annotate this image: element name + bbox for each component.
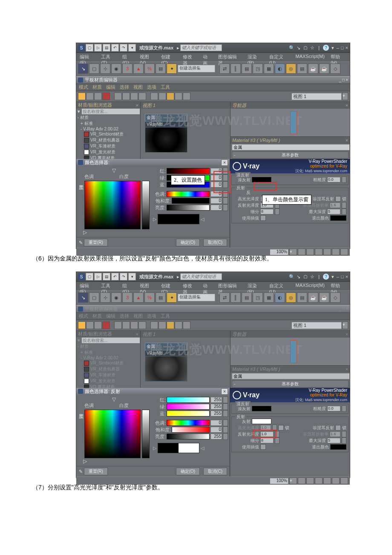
basic-params-header[interactable]: -基本参数 <box>232 380 349 387</box>
tb-mated-icon[interactable]: ◐ <box>275 292 285 303</box>
cp-sat-spinner[interactable] <box>223 197 228 204</box>
view-selector[interactable]: 视图 1 <box>291 93 342 100</box>
menu-custom[interactable]: 自定义(U) <box>269 54 290 61</box>
tb-align-icon[interactable]: ▤ <box>156 292 166 303</box>
cp-val-spinner[interactable] <box>223 433 228 440</box>
hilight-lock-icon[interactable] <box>278 425 284 431</box>
panel-close-icon[interactable]: × <box>346 78 348 82</box>
tb-teapot-icon[interactable]: ☕ <box>308 64 318 74</box>
cp-hue-value[interactable]: 0 <box>210 420 222 426</box>
reset-button[interactable]: 重置(R) <box>84 239 108 246</box>
star-icon[interactable]: ☆ <box>309 45 315 51</box>
tb-3-icon[interactable]: 3 <box>122 292 133 303</box>
roughness-spinner[interactable] <box>342 176 346 183</box>
cancel-button[interactable]: 取消(C) <box>203 468 227 475</box>
selection-set-dropdown[interactable]: 创建选择集 <box>178 294 215 301</box>
menu-custom[interactable]: 自定义(U) <box>269 283 290 289</box>
subdiv-spinner[interactable] <box>275 208 280 215</box>
cp-tri-icon[interactable]: ▽ <box>112 168 116 173</box>
tb-layers-icon[interactable]: ▤ <box>242 64 252 74</box>
browser-tri-icon[interactable]: ▾ <box>76 338 81 343</box>
cp-hue-spinner[interactable] <box>223 419 228 426</box>
menu-help[interactable]: 帮助(H) <box>331 54 346 61</box>
me-arrow-icon[interactable] <box>78 92 86 100</box>
undo-icon[interactable]: ↶ <box>111 44 119 52</box>
tb-renderset-icon[interactable]: ▤ <box>297 292 307 303</box>
browser-tri-icon[interactable]: ▾ <box>76 109 81 114</box>
menu-anim[interactable]: 动画 <box>203 54 212 61</box>
me-delete-icon[interactable] <box>102 321 110 329</box>
keyword-search-input[interactable]: 键入关键字或短语 <box>180 44 222 51</box>
material-card[interactable]: 金属 VRayMtl <box>145 343 187 382</box>
navigator-close-icon[interactable]: × <box>346 332 348 337</box>
me-i3-icon[interactable] <box>130 92 138 100</box>
cp-red-value[interactable]: 255 <box>210 397 222 403</box>
zoom-value[interactable]: 100% <box>270 249 288 255</box>
tb-percent-icon[interactable]: % <box>144 64 155 74</box>
tb-hierarchy-icon[interactable]: ◳ <box>253 292 263 303</box>
me-delete-icon[interactable] <box>102 92 110 100</box>
person-icon[interactable]: ☖ <box>303 45 308 51</box>
exit-swatch[interactable] <box>330 215 346 221</box>
status-i5-icon[interactable] <box>323 249 331 255</box>
useinterp-check[interactable] <box>260 215 266 221</box>
subdiv-spinner[interactable] <box>275 437 280 444</box>
me-i4-icon[interactable] <box>138 321 146 329</box>
menu-create[interactable]: 创建(C) <box>161 283 177 289</box>
depth-spinner[interactable] <box>342 208 346 215</box>
me-pick-icon[interactable] <box>86 92 94 100</box>
tb-move-icon[interactable]: ▢ <box>89 292 99 303</box>
undo-icon[interactable]: ↶ <box>111 273 119 280</box>
cp-red-slider[interactable] <box>167 168 210 174</box>
cp-sat-slider[interactable] <box>172 427 210 433</box>
cp-green-slider[interactable] <box>167 404 210 410</box>
tb-3-icon[interactable]: 3 <box>122 64 133 74</box>
tb-scale-icon[interactable]: ⊹ <box>100 64 110 74</box>
depth-spinner[interactable] <box>342 437 346 444</box>
cp-result-swatch[interactable] <box>158 443 199 453</box>
tree-vray[interactable]: - V-Ray Adv 2.00.02 <box>76 356 140 360</box>
tb-snap-icon[interactable]: ▲ <box>133 64 144 74</box>
tree-root[interactable]: - 材质 <box>76 115 140 121</box>
tb-renderset-icon[interactable]: ▤ <box>297 64 307 74</box>
status-i6-icon[interactable] <box>332 249 340 255</box>
menu-group[interactable]: 组(G) <box>122 54 134 61</box>
me-i6-icon[interactable] <box>159 92 166 100</box>
view-dropdown-icon[interactable]: ▾ <box>342 92 348 100</box>
tb-magic-icon[interactable]: ✦ <box>167 292 177 303</box>
cp-tri-icon[interactable]: ▽ <box>112 396 116 402</box>
star-icon[interactable]: ☆ <box>309 274 315 280</box>
color-spectrum[interactable] <box>84 410 141 458</box>
cp-eyedrop-icon[interactable]: ✎ <box>79 469 83 474</box>
menu-edit[interactable]: 编辑(E) <box>80 283 95 289</box>
status-i1-icon[interactable]: ▾ <box>289 477 297 484</box>
menu-modifier[interactable]: 修改器 <box>183 54 197 61</box>
cp-sat-value[interactable]: 0 <box>210 198 222 204</box>
browser-search-input[interactable] <box>81 337 140 344</box>
window-controls[interactable]: –□× <box>337 45 348 50</box>
menu-maxscript[interactable]: MAXScript(M) <box>296 283 325 289</box>
view-selector[interactable]: 视图 1 <box>291 322 342 329</box>
me-menu-options[interactable]: 选项 <box>147 84 156 91</box>
cp-red-slider[interactable] <box>167 397 210 403</box>
tb-mirror-icon[interactable]: ⇄ <box>219 64 230 74</box>
open-icon[interactable]: ▷ <box>94 273 102 280</box>
me-i8-icon[interactable] <box>175 92 182 100</box>
cp-hue-slider[interactable] <box>167 191 210 197</box>
status-i3-icon[interactable] <box>306 249 314 255</box>
app-menu[interactable]: 编辑(E) 工具(T) 组(G) 视图(V) 创建(C) 修改器 动画 图形编辑… <box>76 282 350 290</box>
cp-sat-value[interactable]: 0 <box>210 427 222 433</box>
tb-rotate-icon[interactable]: ◉ <box>111 292 121 303</box>
tb-last-icon[interactable]: ◇ <box>330 64 340 74</box>
tree-vray[interactable]: - V-Ray Adv 2.00.02 <box>76 127 140 131</box>
navigator-preview[interactable]: 腾龙视觉WWW.TLVI.NET <box>231 338 350 365</box>
material-card[interactable]: 金属 VRayMtl <box>145 114 187 153</box>
me-i3-icon[interactable] <box>130 321 138 329</box>
tb-scene-icon[interactable]: ▦ <box>264 292 274 303</box>
tb-hierarchy-icon[interactable]: ◳ <box>253 64 263 74</box>
tb-mirror-icon[interactable]: ⇄ <box>219 292 230 303</box>
new-icon[interactable]: ▢ <box>86 44 93 52</box>
window-controls[interactable]: –□× <box>337 274 348 279</box>
me-i6-icon[interactable] <box>159 321 166 329</box>
navigator-preview[interactable]: 腾龙视觉WWW.TLVI.NET <box>231 109 350 136</box>
